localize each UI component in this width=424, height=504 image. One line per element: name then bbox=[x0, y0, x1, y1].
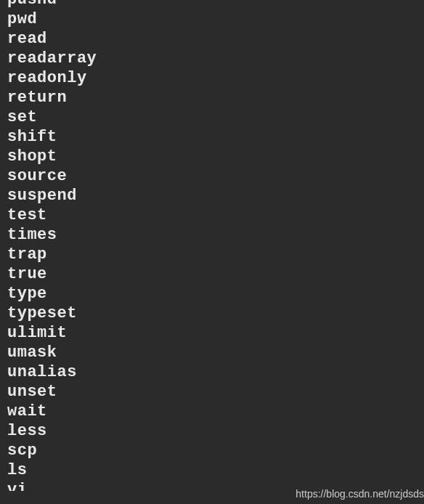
command-line: ls bbox=[7, 460, 417, 480]
command-line: times bbox=[7, 225, 417, 245]
command-line: trap bbox=[7, 245, 417, 264]
command-line: source bbox=[7, 166, 417, 186]
command-line: unset bbox=[7, 382, 417, 402]
command-line: test bbox=[7, 206, 417, 225]
command-line: shopt bbox=[7, 147, 417, 166]
command-line: return bbox=[7, 88, 417, 107]
terminal-output: pushd pwd read readarray readonly return… bbox=[0, 0, 424, 491]
command-line: scp bbox=[7, 441, 417, 460]
command-line: readonly bbox=[7, 68, 417, 88]
command-line: read bbox=[7, 29, 417, 49]
watermark-text: https://blog.csdn.net/nzjdsds bbox=[295, 488, 424, 500]
command-line: umask bbox=[7, 343, 417, 362]
command-line: ulimit bbox=[7, 323, 417, 343]
command-line: readarray bbox=[7, 49, 417, 68]
command-line: shift bbox=[7, 127, 417, 147]
command-line: wait bbox=[7, 402, 417, 421]
command-line: pwd bbox=[7, 9, 417, 29]
command-line: typeset bbox=[7, 304, 417, 323]
command-line: less bbox=[7, 421, 417, 441]
command-line: pushd bbox=[7, 0, 417, 9]
command-line: type bbox=[7, 284, 417, 304]
command-line: unalias bbox=[7, 362, 417, 382]
command-line: set bbox=[7, 107, 417, 127]
command-line: true bbox=[7, 264, 417, 284]
command-line: suspend bbox=[7, 186, 417, 206]
